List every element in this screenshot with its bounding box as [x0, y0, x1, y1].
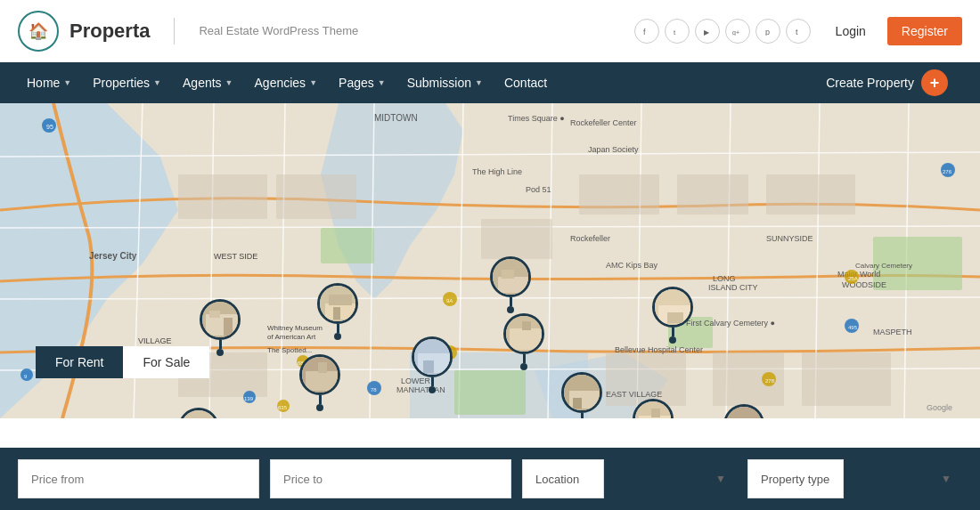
nav-home[interactable]: Home ▼	[18, 62, 80, 103]
svg-text:Rockefeller: Rockefeller	[570, 234, 610, 243]
svg-text:495: 495	[848, 325, 858, 330]
nav-items: Home ▼ Properties ▼ Agents ▼ Agencies ▼ …	[18, 62, 812, 103]
svg-text:Rockefeller Center: Rockefeller Center	[570, 118, 637, 127]
svg-text:t: t	[796, 28, 798, 36]
svg-rect-38	[802, 352, 891, 406]
tab-for-sale[interactable]: For Sale	[123, 346, 209, 378]
svg-text:of American Art: of American Art	[267, 333, 316, 341]
svg-text:Times Square ●: Times Square ●	[508, 114, 565, 123]
google-plus-icon[interactable]: g+	[725, 19, 750, 44]
svg-text:g+: g+	[732, 29, 739, 36]
nav-arrow-home: ▼	[63, 78, 71, 87]
register-button[interactable]: Register	[887, 17, 962, 45]
tab-area: For Rent For Sale	[36, 346, 209, 378]
location-select-wrapper: Location New York Brooklyn Manhattan ▼	[522, 459, 737, 498]
svg-rect-118	[522, 321, 531, 330]
svg-text:MIDTOWN: MIDTOWN	[374, 113, 418, 123]
pin-circle-1	[200, 299, 241, 340]
svg-text:The High Line: The High Line	[472, 167, 522, 176]
facebook-icon[interactable]: f	[634, 19, 659, 44]
svg-text:Google: Google	[927, 403, 952, 412]
map-pin-11[interactable]	[723, 404, 764, 418]
svg-text:ISLAND CITY: ISLAND CITY	[708, 283, 758, 292]
map-pin-10[interactable]	[652, 287, 693, 344]
svg-text:p: p	[765, 28, 770, 36]
nav-arrow-agencies: ▼	[309, 78, 317, 87]
location-select-arrow-icon: ▼	[715, 473, 726, 485]
youtube-icon[interactable]: ▶	[695, 19, 720, 44]
svg-text:WEST SIDE: WEST SIDE	[214, 252, 257, 261]
svg-text:LONG: LONG	[713, 274, 736, 283]
nav-submission[interactable]: Submission ▼	[398, 62, 492, 103]
svg-rect-102	[333, 307, 340, 320]
map-pin-7[interactable]	[503, 313, 544, 370]
pin-circle-3	[299, 354, 340, 395]
map-pin-9[interactable]	[633, 399, 674, 418]
map-pin-3[interactable]	[299, 354, 340, 411]
map-pin-2[interactable]	[317, 283, 358, 340]
tumblr-icon[interactable]: t	[786, 19, 811, 44]
svg-rect-117	[510, 328, 543, 350]
nav-pages[interactable]: Pages ▼	[330, 62, 395, 103]
property-type-select[interactable]: Property type Apartment House Studio Vil…	[747, 459, 844, 498]
svg-text:Pod 51: Pod 51	[526, 185, 551, 194]
pin-circle-8	[561, 372, 602, 413]
location-select[interactable]: Location New York Brooklyn Manhattan	[522, 459, 604, 498]
svg-rect-31	[481, 219, 552, 259]
header: 🏠 Properta Real Estate WordPress Theme f…	[0, 0, 980, 62]
create-property-nav[interactable]: Create Property +	[812, 62, 962, 103]
create-property-plus-icon: +	[921, 69, 948, 96]
svg-rect-30	[276, 174, 356, 219]
svg-rect-34	[766, 174, 855, 215]
pin-circle-7	[503, 313, 544, 354]
logo-area: 🏠 Properta Real Estate WordPress Theme	[18, 11, 358, 52]
logo-divider	[174, 18, 175, 45]
nav-arrow-pages: ▼	[378, 78, 386, 87]
map-pin-4[interactable]	[178, 408, 219, 418]
property-type-select-wrapper: Property type Apartment House Studio Vil…	[747, 459, 962, 498]
price-from-input[interactable]	[18, 459, 259, 498]
svg-text:First Calvary Cemetery ●: First Calvary Cemetery ●	[686, 319, 775, 328]
svg-text:Japan Society: Japan Society	[588, 145, 639, 154]
svg-text:VILLAGE: VILLAGE	[138, 336, 172, 345]
svg-rect-121	[573, 398, 582, 409]
svg-text:278: 278	[765, 378, 775, 384]
nav-agents[interactable]: Agents ▼	[174, 62, 242, 103]
map-pin-5[interactable]	[412, 336, 453, 393]
svg-rect-128	[726, 407, 764, 418]
map-pin-6[interactable]	[490, 256, 531, 313]
navbar: Home ▼ Properties ▼ Agents ▼ Agencies ▼ …	[0, 62, 980, 103]
svg-text:f: f	[643, 28, 646, 36]
svg-text:Calvary Cemetery: Calvary Cemetery	[855, 262, 912, 270]
tab-for-rent[interactable]: For Rent	[36, 346, 123, 378]
search-bar: Location New York Brooklyn Manhattan ▼ P…	[0, 448, 980, 510]
nav-properties[interactable]: Properties ▼	[84, 62, 170, 103]
twitter-icon[interactable]: t	[665, 19, 690, 44]
map-pin-8[interactable]	[561, 372, 602, 418]
pin-circle-2	[317, 283, 358, 324]
svg-rect-106	[181, 410, 219, 418]
svg-text:25A: 25A	[848, 276, 858, 281]
logo-text: Properta	[69, 20, 150, 43]
pin-circle-9	[633, 399, 674, 418]
svg-rect-29	[178, 174, 267, 219]
svg-rect-98	[224, 318, 233, 336]
pin-circle-4	[178, 408, 219, 418]
nav-agencies[interactable]: Agencies ▼	[246, 62, 327, 103]
price-to-input[interactable]	[270, 459, 511, 498]
svg-text:78: 78	[371, 387, 377, 393]
pinterest-icon[interactable]: p	[755, 19, 780, 44]
svg-rect-101	[329, 295, 352, 305]
svg-text:95: 95	[46, 124, 53, 130]
logo-tagline: Real Estate WordPress Theme	[199, 24, 358, 37]
login-button[interactable]: Login	[827, 19, 875, 44]
pin-circle-10	[652, 287, 693, 328]
header-social: f t ▶ g+ p t Login Register	[634, 17, 962, 45]
svg-text:MASPETH: MASPETH	[873, 328, 912, 336]
logo-icon: 🏠	[18, 11, 59, 52]
svg-text:635: 635	[278, 405, 288, 410]
nav-contact[interactable]: Contact	[495, 62, 556, 103]
svg-rect-105	[318, 362, 327, 373]
svg-rect-124	[651, 409, 660, 417]
svg-text:EAST VILLAGE: EAST VILLAGE	[606, 390, 662, 399]
